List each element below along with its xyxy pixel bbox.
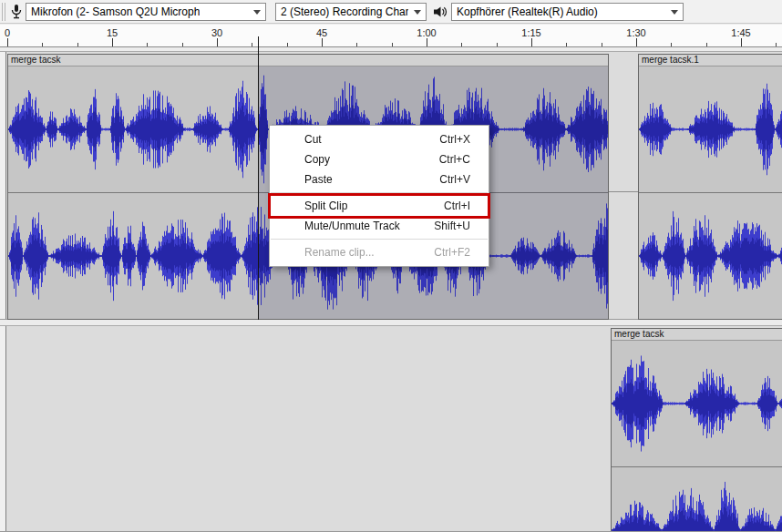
menu-item-cut[interactable]: Cut Ctrl+X <box>270 129 489 149</box>
menu-item-split-clip[interactable]: Split Clip Ctrl+I <box>270 196 489 216</box>
clip-merge-tacsk-track2[interactable]: merge tacsk <box>611 328 782 532</box>
waveform-left-channel[interactable] <box>612 341 782 466</box>
waveform-left-channel[interactable] <box>639 66 782 192</box>
ruler-tick-label: 1:00 <box>417 27 436 38</box>
menu-item-label: Copy <box>304 153 330 166</box>
ruler-tick-label: 1:45 <box>731 27 750 38</box>
menu-item-copy[interactable]: Copy Ctrl+C <box>270 149 489 169</box>
menu-separator <box>271 192 488 193</box>
waveform-right-channel[interactable] <box>639 193 782 319</box>
menu-item-shortcut: Ctrl+C <box>439 153 470 166</box>
ruler-tick-label: 0 <box>5 27 10 38</box>
ruler-tick-label: 1:15 <box>521 27 540 38</box>
chevron-down-icon <box>414 10 421 15</box>
menu-item-label: Mute/Unmute Track <box>304 220 400 232</box>
playback-device-select[interactable]: Kopfhörer (Realtek(R) Audio) <box>451 3 684 21</box>
waveform-right-channel[interactable] <box>612 467 782 532</box>
menu-item-rename-clip[interactable]: Rename clip... Ctrl+F2 <box>270 242 489 262</box>
playback-device-value: Kopfhörer (Realtek(R) Audio) <box>457 5 598 18</box>
menu-item-shortcut: Shift+U <box>434 220 470 232</box>
chevron-down-icon <box>671 10 678 15</box>
clip-title-bar[interactable]: merge tacsk <box>8 55 608 66</box>
menu-item-shortcut: Ctrl+F2 <box>434 246 470 259</box>
microphone-icon <box>10 4 23 24</box>
ruler-major-ticks <box>7 38 782 46</box>
toolbar-grabber[interactable] <box>2 3 5 21</box>
menu-item-shortcut: Ctrl+X <box>439 133 470 146</box>
chevron-down-icon <box>253 10 261 15</box>
ruler-tick-label: 45 <box>316 27 327 38</box>
track-panel-edge <box>0 52 6 319</box>
clip-title-bar[interactable]: merge tacsk.1 <box>639 55 782 66</box>
recording-device-select[interactable]: Mikrofon (2- Samson Q2U Microph <box>26 3 266 21</box>
menu-item-shortcut: Ctrl+I <box>444 200 470 212</box>
recording-device-value: Mikrofon (2- Samson Q2U Microph <box>31 5 200 18</box>
menu-item-label: Split Clip <box>304 200 347 212</box>
ruler-tick-label: 15 <box>107 27 118 38</box>
ruler-tick-label: 1:30 <box>626 27 645 38</box>
menu-item-mute-unmute-track[interactable]: Mute/Unmute Track Shift+U <box>270 216 489 236</box>
menu-separator <box>271 239 488 240</box>
recording-channels-value: 2 (Stereo) Recording Chann <box>281 5 408 18</box>
ruler-tick-label: 30 <box>211 27 222 38</box>
clip-title-bar[interactable]: merge tacsk <box>612 329 782 341</box>
menu-item-label: Rename clip... <box>304 246 375 259</box>
menu-item-label: Paste <box>304 173 333 186</box>
menu-item-label: Cut <box>304 133 322 146</box>
clip-context-menu: Cut Ctrl+X Copy Ctrl+C Paste Ctrl+V Spli… <box>269 125 489 267</box>
audio-track-2: merge tacsk <box>0 325 782 532</box>
menu-item-shortcut: Ctrl+V <box>439 173 470 186</box>
clip-merge-tacsk-1[interactable]: merge tacsk.1 <box>638 54 782 320</box>
timeline-ruler[interactable]: 0 15 30 45 1:00 1:15 1:30 1:45 <box>0 25 782 47</box>
speaker-icon <box>433 5 448 23</box>
track-panel-edge <box>0 326 6 531</box>
menu-item-paste[interactable]: Paste Ctrl+V <box>270 169 489 189</box>
recording-channels-select[interactable]: 2 (Stereo) Recording Chann <box>275 3 427 21</box>
device-toolbar: Mikrofon (2- Samson Q2U Microph 2 (Stere… <box>0 0 782 24</box>
edit-cursor <box>258 36 259 320</box>
